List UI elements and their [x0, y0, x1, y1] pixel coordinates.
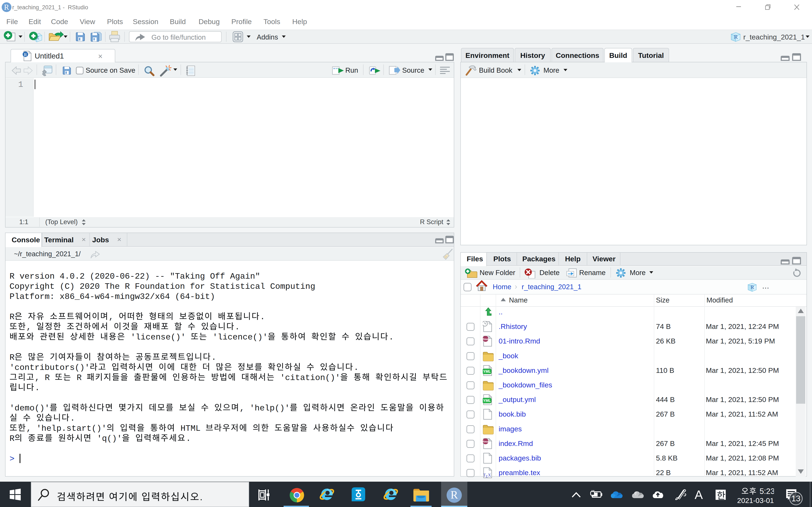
- svg-text:.: .: [389, 333, 394, 342]
- svg-text:.: .: [186, 434, 191, 443]
- svg-text:'citation()': 'citation()': [275, 373, 340, 383]
- svg-text:, 'help()': , 'help()': [240, 403, 290, 413]
- svg-text:5:23: 5:23: [760, 487, 774, 496]
- svg-text:R: R: [72, 373, 87, 383]
- svg-text:.: .: [211, 353, 216, 362]
- svg-text:'q()': 'q()': [92, 434, 122, 443]
- svg-text:R: R: [734, 34, 738, 40]
- svg-text:YML: YML: [483, 370, 491, 374]
- svg-text:>: >: [9, 454, 14, 464]
- svg-text:R: R: [9, 312, 14, 322]
- svg-text:'licence()': 'licence()': [208, 333, 268, 342]
- svg-text:R: R: [24, 52, 27, 57]
- svg-text:R: R: [751, 284, 754, 290]
- svg-text:,: ,: [27, 322, 36, 332]
- svg-text:.: .: [235, 322, 240, 332]
- svg-text:, R: , R: [35, 373, 55, 383]
- svg-text:,: ,: [109, 312, 119, 322]
- svg-text:.: .: [35, 383, 40, 393]
- svg-text:.: .: [354, 363, 359, 373]
- svg-text:R version 4.0.2 (2020-06-22) -: R version 4.0.2 (2020-06-22) -- "Taking …: [9, 272, 260, 281]
- svg-text:Rmd: Rmd: [483, 338, 489, 341]
- svg-text:.: .: [200, 491, 203, 502]
- svg-text:13: 13: [792, 494, 800, 503]
- svg-text:Copyright (C) 2020 The R Found: Copyright (C) 2020 The R Foundation for …: [9, 282, 315, 291]
- svg-text:R: R: [9, 434, 14, 443]
- svg-text:, 'help.start()': , 'help.start()': [27, 424, 107, 433]
- svg-text:Rmd: Rmd: [483, 440, 489, 443]
- svg-text:R: R: [9, 353, 14, 362]
- svg-text:'license()': 'license()': [125, 333, 191, 342]
- svg-text:.: .: [260, 312, 265, 322]
- svg-text:Platform: x86_64-w64-mingw32/x: Platform: x86_64-w64-mingw32/x64 (64-bit…: [9, 292, 215, 301]
- svg-text:HTML: HTML: [175, 424, 206, 433]
- svg-text:'contributors()': 'contributors()': [9, 363, 90, 373]
- svg-text:'demo()': 'demo()': [9, 403, 50, 413]
- svg-text:.: .: [70, 414, 75, 423]
- svg-text:YML: YML: [483, 399, 491, 403]
